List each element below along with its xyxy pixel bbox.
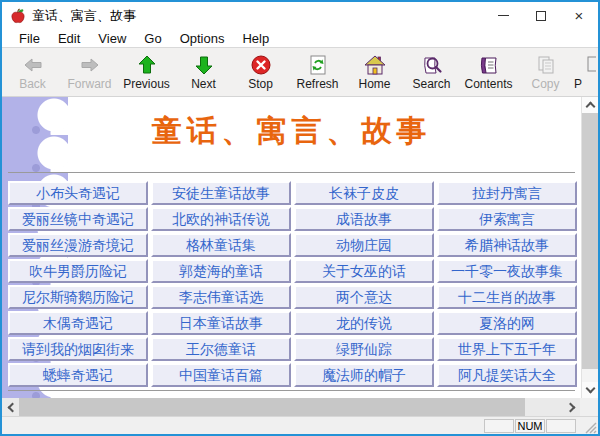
link-cell[interactable]: 蟋蟀奇遇记 bbox=[8, 363, 148, 387]
title-bar: 童话、寓言、故事 × bbox=[2, 2, 598, 29]
scroll-down-button[interactable] bbox=[582, 382, 598, 398]
link-cell[interactable]: 十二生肖的故事 bbox=[437, 285, 577, 309]
window-title: 童话、寓言、故事 bbox=[32, 7, 136, 25]
resize-grip[interactable] bbox=[583, 420, 597, 434]
content-area: 童话、寓言、故事 小布头奇遇记安徒生童话故事长袜子皮皮拉封丹寓言爱丽丝镜中奇遇记… bbox=[2, 97, 598, 398]
link-cell[interactable]: 请到我的烟囱街来 bbox=[8, 337, 148, 361]
link-cell[interactable]: 动物庄园 bbox=[294, 233, 434, 257]
up-arrow-icon bbox=[136, 54, 158, 76]
link-cell[interactable]: 世界上下五千年 bbox=[437, 337, 577, 361]
toolbar-label: Next bbox=[191, 77, 216, 91]
toolbar-button-print-partial[interactable]: P bbox=[574, 54, 597, 91]
maximize-icon bbox=[536, 11, 546, 21]
link-cell[interactable]: 两个意达 bbox=[294, 285, 434, 309]
link-cell[interactable]: 魔法师的帽子 bbox=[294, 363, 434, 387]
toolbar-label: Refresh bbox=[296, 77, 338, 91]
menu-edit[interactable]: Edit bbox=[49, 31, 89, 46]
vertical-scrollbar[interactable] bbox=[581, 97, 598, 398]
toolbar-button-next[interactable]: Next bbox=[175, 54, 232, 91]
menu-help[interactable]: Help bbox=[233, 31, 278, 46]
close-icon: × bbox=[575, 8, 584, 23]
link-cell[interactable]: 尼尔斯骑鹅历险记 bbox=[8, 285, 148, 309]
links-grid: 小布头奇遇记安徒生童话故事长袜子皮皮拉封丹寓言爱丽丝镜中奇遇记北欧的神话传说成语… bbox=[8, 181, 577, 387]
link-cell[interactable]: 李志伟童话选 bbox=[151, 285, 291, 309]
toolbar-button-copy[interactable]: Copy bbox=[517, 54, 574, 91]
page-view: 童话、寓言、故事 小布头奇遇记安徒生童话故事长袜子皮皮拉封丹寓言爱丽丝镜中奇遇记… bbox=[2, 97, 581, 398]
link-cell[interactable]: 安徒生童话故事 bbox=[151, 181, 291, 205]
scrollbar-corner bbox=[580, 398, 598, 416]
link-cell[interactable]: 中国童话百篇 bbox=[151, 363, 291, 387]
forward-arrow-icon bbox=[79, 54, 101, 76]
link-cell[interactable]: 日本童话故事 bbox=[151, 311, 291, 335]
link-cell[interactable]: 爱丽丝镜中奇遇记 bbox=[8, 207, 148, 231]
link-cell[interactable]: 吹牛男爵历险记 bbox=[8, 259, 148, 283]
toolbar-button-back[interactable]: Back bbox=[4, 54, 61, 91]
link-cell[interactable]: 阿凡提笑话大全 bbox=[437, 363, 577, 387]
link-cell[interactable]: 爱丽丝漫游奇境记 bbox=[8, 233, 148, 257]
link-cell[interactable]: 绿野仙踪 bbox=[294, 337, 434, 361]
link-cell[interactable]: 郭楚海的童话 bbox=[151, 259, 291, 283]
link-cell[interactable]: 拉封丹寓言 bbox=[437, 181, 577, 205]
copy-icon bbox=[535, 54, 557, 76]
home-icon bbox=[364, 54, 386, 76]
toolbar-button-search[interactable]: Search bbox=[403, 54, 460, 91]
link-cell[interactable]: 木偶奇遇记 bbox=[8, 311, 148, 335]
toolbar-button-stop[interactable]: Stop bbox=[232, 54, 289, 91]
toolbar-label: Stop bbox=[248, 77, 273, 91]
menu-file[interactable]: File bbox=[10, 31, 49, 46]
chevron-right-icon bbox=[565, 402, 575, 412]
divider bbox=[8, 172, 575, 173]
chevron-down-icon bbox=[585, 384, 595, 394]
menu-go[interactable]: Go bbox=[135, 31, 170, 46]
link-cell[interactable]: 格林童话集 bbox=[151, 233, 291, 257]
toolbar-button-home[interactable]: Home bbox=[346, 54, 403, 91]
maximize-button[interactable] bbox=[522, 2, 560, 29]
menu-options[interactable]: Options bbox=[171, 31, 234, 46]
link-cell[interactable]: 伊索寓言 bbox=[437, 207, 577, 231]
vertical-scroll-thumb[interactable] bbox=[582, 113, 598, 369]
toolbar-label: Search bbox=[412, 77, 450, 91]
toolbar-label: Contents bbox=[464, 77, 512, 91]
refresh-icon bbox=[307, 54, 329, 76]
print-icon bbox=[574, 54, 596, 76]
scroll-right-button[interactable] bbox=[563, 398, 580, 416]
link-cell[interactable]: 希腊神话故事 bbox=[437, 233, 577, 257]
scroll-left-button[interactable] bbox=[2, 398, 19, 416]
minimize-button[interactable] bbox=[484, 2, 522, 29]
search-icon bbox=[421, 54, 443, 76]
contents-icon bbox=[478, 54, 500, 76]
toolbar-label: Back bbox=[19, 77, 46, 91]
menu-view[interactable]: View bbox=[89, 31, 135, 46]
toolbar-button-previous[interactable]: Previous bbox=[118, 54, 175, 91]
toolbar-label: Previous bbox=[123, 77, 170, 91]
stop-icon bbox=[250, 54, 272, 76]
link-cell[interactable]: 夏洛的网 bbox=[437, 311, 577, 335]
toolbar-button-refresh[interactable]: Refresh bbox=[289, 54, 346, 91]
apple-app-icon bbox=[10, 8, 26, 24]
link-cell[interactable]: 王尔德童话 bbox=[151, 337, 291, 361]
close-button[interactable]: × bbox=[560, 2, 598, 29]
link-cell[interactable]: 龙的传说 bbox=[294, 311, 434, 335]
page-title: 童话、寓言、故事 bbox=[2, 111, 581, 152]
vertical-scroll-track[interactable] bbox=[582, 113, 598, 382]
link-cell[interactable]: 关于女巫的话 bbox=[294, 259, 434, 283]
link-cell[interactable]: 小布头奇遇记 bbox=[8, 181, 148, 205]
scroll-up-button[interactable] bbox=[582, 97, 598, 113]
chevron-left-icon bbox=[7, 402, 17, 412]
link-cell[interactable]: 长袜子皮皮 bbox=[294, 181, 434, 205]
toolbar-button-forward[interactable]: Forward bbox=[61, 54, 118, 91]
toolbar: Back Forward Previous Next Stop bbox=[2, 48, 598, 97]
link-cell[interactable]: 成语故事 bbox=[294, 207, 434, 231]
divider bbox=[8, 390, 575, 391]
toolbar-button-contents[interactable]: Contents bbox=[460, 54, 517, 91]
link-cell[interactable]: 北欧的神话传说 bbox=[151, 207, 291, 231]
status-pane-scrl bbox=[546, 419, 576, 433]
horizontal-scroll-thumb[interactable] bbox=[19, 398, 525, 416]
menu-bar: File Edit View Go Options Help bbox=[2, 29, 598, 48]
link-cell[interactable]: 一千零一夜故事集 bbox=[437, 259, 577, 283]
status-pane-num: NUM bbox=[515, 419, 545, 433]
horizontal-scroll-track[interactable] bbox=[19, 398, 563, 416]
window-controls: × bbox=[484, 2, 598, 29]
status-pane-cap bbox=[484, 419, 514, 433]
horizontal-scrollbar[interactable] bbox=[2, 398, 580, 416]
